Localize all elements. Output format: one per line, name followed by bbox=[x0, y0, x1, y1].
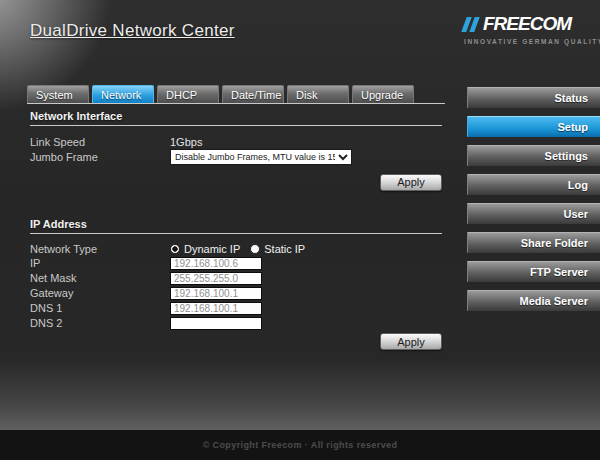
section-title-ip-address: IP Address bbox=[30, 218, 442, 234]
network-type-row: Network Type Dynamic IPStatic IP bbox=[30, 242, 442, 257]
sidebar-menu: StatusSetupSettingsLogUserShare FolderFT… bbox=[467, 87, 600, 319]
gateway-input[interactable] bbox=[170, 287, 262, 300]
field-row-ip: IP bbox=[30, 257, 442, 270]
tab-system[interactable]: System bbox=[27, 85, 89, 103]
jumbo-frame-label: Jumbo Frame bbox=[30, 151, 170, 163]
radio-label: Static IP bbox=[264, 243, 305, 255]
tab-upgrade[interactable]: Upgrade bbox=[352, 85, 414, 103]
section-title-network-interface: Network Interface bbox=[30, 110, 442, 126]
freecom-brand-text: FREECOM bbox=[483, 13, 571, 35]
dualdrive-network-center-page: DualDrive Network Center FREECOM INNOVAT… bbox=[0, 0, 600, 460]
network-type-label: Network Type bbox=[30, 243, 170, 255]
field-label: Net Mask bbox=[30, 272, 170, 284]
field-row-dns-1: DNS 1 bbox=[30, 302, 442, 315]
field-label: IP bbox=[30, 257, 170, 269]
link-speed-label: Link Speed bbox=[30, 136, 170, 148]
radio-static-ip[interactable] bbox=[250, 244, 260, 254]
sidebar-item-log[interactable]: Log bbox=[467, 174, 600, 195]
radio-option-dynamic-ip[interactable]: Dynamic IP bbox=[170, 243, 240, 255]
tab-date-time[interactable]: Date/Time bbox=[222, 85, 284, 103]
sidebar-item-media-server[interactable]: Media Server bbox=[467, 290, 600, 311]
field-row-net-mask: Net Mask bbox=[30, 272, 442, 285]
tab-dhcp[interactable]: DHCP bbox=[157, 85, 219, 103]
tab-network[interactable]: Network bbox=[92, 85, 154, 103]
sidebar-item-share-folder[interactable]: Share Folder bbox=[467, 232, 600, 253]
radio-dynamic-ip[interactable] bbox=[170, 244, 180, 254]
tab-bar: SystemNetworkDHCPDate/TimeDiskUpgrade bbox=[27, 85, 445, 104]
field-row-dns-2: DNS 2 bbox=[30, 317, 442, 330]
dns-2-input[interactable] bbox=[170, 317, 262, 330]
footer-bar: © Copyright Freecom · All rights reserve… bbox=[0, 430, 600, 460]
net-mask-input[interactable] bbox=[170, 272, 262, 285]
jumbo-frame-row: Jumbo Frame Disable Jumbo Frames, MTU va… bbox=[30, 149, 442, 164]
copyright-text: © Copyright Freecom · All rights reserve… bbox=[203, 440, 398, 450]
link-speed-row: Link Speed 1Gbps bbox=[30, 134, 442, 149]
radio-option-static-ip[interactable]: Static IP bbox=[250, 243, 305, 255]
sidebar-item-setup[interactable]: Setup bbox=[467, 116, 600, 137]
jumbo-frame-select[interactable]: Disable Jumbo Frames, MTU value is 1500 … bbox=[170, 149, 352, 165]
tab-disk[interactable]: Disk bbox=[287, 85, 349, 103]
sidebar-item-status[interactable]: Status bbox=[467, 87, 600, 108]
field-label: DNS 2 bbox=[30, 317, 170, 329]
field-label: Gateway bbox=[30, 287, 170, 299]
field-row-gateway: Gateway bbox=[30, 287, 442, 300]
network-interface-apply-button[interactable]: Apply bbox=[380, 174, 442, 191]
ip-input[interactable] bbox=[170, 257, 262, 270]
sidebar-item-ftp-server[interactable]: FTP Server bbox=[467, 261, 600, 282]
radio-label: Dynamic IP bbox=[184, 243, 240, 255]
sidebar-item-user[interactable]: User bbox=[467, 203, 600, 224]
network-type-options: Dynamic IPStatic IP bbox=[170, 243, 305, 255]
freecom-logo: FREECOM INNOVATIVE GERMAN QUALITY bbox=[464, 13, 582, 45]
sidebar-item-settings[interactable]: Settings bbox=[467, 145, 600, 166]
dns-1-input[interactable] bbox=[170, 302, 262, 315]
field-label: DNS 1 bbox=[30, 302, 170, 314]
ip-fields: IPNet MaskGatewayDNS 1DNS 2 bbox=[30, 257, 442, 330]
main-content: Network Interface Link Speed 1Gbps Jumbo… bbox=[30, 110, 442, 350]
ip-address-apply-button[interactable]: Apply bbox=[380, 333, 442, 350]
page-title: DualDrive Network Center bbox=[30, 21, 235, 41]
link-speed-value: 1Gbps bbox=[170, 136, 202, 148]
freecom-tagline: INNOVATIVE GERMAN QUALITY bbox=[464, 38, 582, 45]
